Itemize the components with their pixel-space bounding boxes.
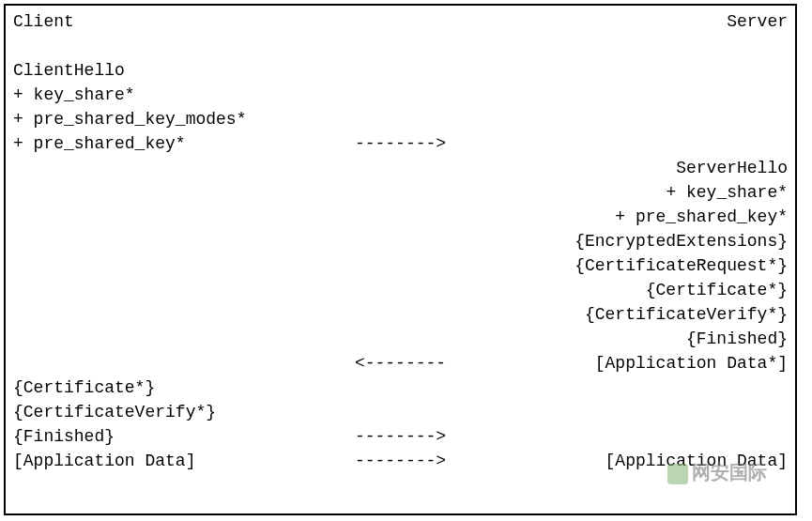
- client-finished: {Finished}: [13, 424, 115, 449]
- spacer: [13, 34, 788, 58]
- client-psk-line: + pre_shared_key* -------->: [13, 131, 788, 156]
- tls-handshake-diagram: Client Server ClientHello + key_share* +…: [4, 4, 797, 515]
- server-certificate: {Certificate*}: [646, 278, 788, 302]
- arrow-right-icon-2: -------->: [355, 424, 446, 449]
- encrypted-extensions-line: {EncryptedExtensions}: [13, 229, 788, 253]
- server-certificate-verify-line: {CertificateVerify*}: [13, 302, 788, 327]
- client-hello-msg: ClientHello: [13, 58, 125, 83]
- server-appdata-line: <-------- [Application Data*]: [13, 351, 788, 375]
- certificate-request-line: {CertificateRequest*}: [13, 253, 788, 278]
- client-finished-line: {Finished} -------->: [13, 424, 788, 449]
- server-finished: {Finished}: [686, 327, 788, 351]
- server-hello-line: ServerHello: [13, 156, 788, 180]
- server-keyshare: + key_share*: [666, 180, 788, 205]
- client-certificate: {Certificate*}: [13, 375, 155, 400]
- certificate-request: {CertificateRequest*}: [575, 253, 788, 278]
- encrypted-extensions: {EncryptedExtensions}: [575, 229, 788, 253]
- client-hello-line: ClientHello: [13, 58, 788, 83]
- server-certificate-line: {Certificate*}: [13, 278, 788, 302]
- server-psk-line: + pre_shared_key*: [13, 205, 788, 229]
- server-hello-msg: ServerHello: [676, 156, 788, 180]
- client-psk: + pre_shared_key*: [13, 131, 186, 156]
- server-finished-line: {Finished}: [13, 327, 788, 351]
- arrow-right-icon-3: -------->: [355, 449, 446, 473]
- client-appdata: [Application Data]: [13, 449, 195, 473]
- server-psk: + pre_shared_key*: [615, 205, 788, 229]
- appdata-exchange-line: [Application Data] --------> [Applicatio…: [13, 449, 788, 473]
- arrow-left-icon: <--------: [355, 351, 446, 375]
- client-certificate-verify: {CertificateVerify*}: [13, 400, 216, 424]
- server-header: Server: [727, 9, 788, 34]
- server-appdata-final: [Application Data]: [605, 449, 788, 473]
- client-keyshare-line: + key_share*: [13, 83, 788, 107]
- arrow-right-icon: -------->: [355, 131, 446, 156]
- client-psk-modes: + pre_shared_key_modes*: [13, 107, 246, 131]
- server-appdata: [Application Data*]: [595, 351, 788, 375]
- server-keyshare-line: + key_share*: [13, 180, 788, 205]
- client-certificate-verify-line: {CertificateVerify*}: [13, 400, 788, 424]
- client-keyshare: + key_share*: [13, 83, 135, 107]
- header-row: Client Server: [13, 9, 788, 34]
- client-header: Client: [13, 9, 74, 34]
- server-certificate-verify: {CertificateVerify*}: [585, 302, 788, 327]
- client-certificate-line: {Certificate*}: [13, 375, 788, 400]
- client-psk-modes-line: + pre_shared_key_modes*: [13, 107, 788, 131]
